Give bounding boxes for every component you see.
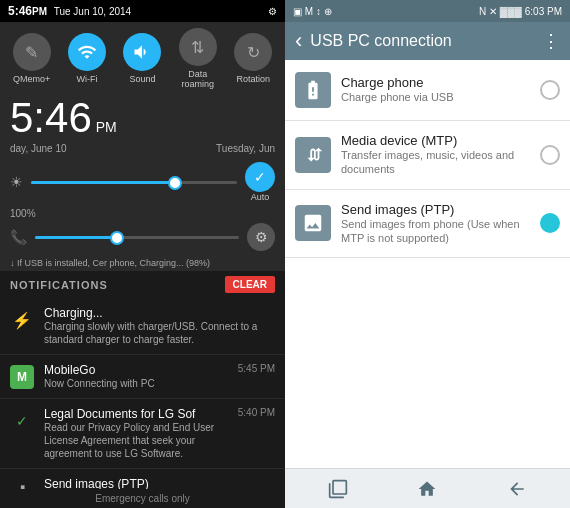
nav-bar [285,468,570,508]
right-panel: ▣ M ↕ ⊕ N ✕ ▓▓▓ 6:03 PM ‹ USB PC connect… [285,0,570,508]
notification-list: ⚡ Charging... Charging slowly with charg… [0,298,285,489]
mtp-radio[interactable] [540,145,560,165]
brightness-row[interactable]: ☀ ✓ Auto [0,156,285,208]
clear-button[interactable]: CLEAR [225,276,275,293]
usb-options: Charge phone Charge phone via USB Media … [285,60,570,468]
ptp-desc: Send images from phone (Use when MTP is … [341,217,530,246]
notifications-title: NOTIFICATIONS [10,279,108,291]
left-status-bar: 5:46PM Tue Jun 10, 2014 ⚙ [0,0,285,22]
charging-icon: ⚡ [10,308,34,332]
notif-legal-time: 5:40 PM [238,407,275,418]
notif-ptp-title: Send images (PTP) [44,477,275,489]
ptp-option-icon [295,205,331,241]
notif-ptp[interactable]: ⬇ Send images (PTP) Tap for more USB opt… [0,469,285,489]
sound-icon [123,33,161,71]
left-settings-icon[interactable]: ⚙ [268,6,277,17]
brightness-pct: 100% [0,208,285,219]
right-header: ‹ USB PC connection ⋮ [285,22,570,60]
date-right: Tuesday, Jun [216,143,275,154]
notif-mobilego[interactable]: M MobileGo Now Connecting with PC 5:45 P… [0,355,285,399]
left-time: 5:46PM Tue Jun 10, 2014 [8,4,131,18]
notif-legal-title: Legal Documents for LG Sof [44,407,228,421]
right-status-right: N ✕ ▓▓▓ 6:03 PM [479,6,562,17]
ptp-icon: ⬇ [10,479,34,489]
call-icon: 📞 [10,229,27,245]
toggle-wifi[interactable]: Wi-Fi [68,33,106,84]
volume-slider[interactable] [35,236,239,239]
mtp-title: Media device (MTP) [341,133,530,148]
right-status-bar: ▣ M ↕ ⊕ N ✕ ▓▓▓ 6:03 PM [285,0,570,22]
install-bar: ↓ If USB is installed, Cer phone, Chargi… [0,255,285,271]
usb-option-ptp[interactable]: Send images (PTP) Send images from phone… [285,190,570,259]
recents-button[interactable] [320,477,356,501]
notif-mobilego-body: Now Connecting with PC [44,377,228,390]
auto-toggle[interactable]: ✓ [245,162,275,192]
toggle-data[interactable]: ⇅ Data roaming [179,28,217,89]
notif-charging[interactable]: ⚡ Charging... Charging slowly with charg… [0,298,285,355]
ptp-title: Send images (PTP) [341,202,530,217]
data-icon: ⇅ [179,28,217,66]
big-time: 5:46 [10,97,92,139]
charge-title: Charge phone [341,75,530,90]
toggle-rotation[interactable]: ↻ Rotation [234,33,272,84]
rotation-icon: ↻ [234,33,272,71]
notifications-header: NOTIFICATIONS CLEAR [0,271,285,298]
toggle-sound[interactable]: Sound [123,33,161,84]
right-status-icons: ▣ M ↕ ⊕ [293,6,332,17]
right-time: 6:03 PM [525,6,562,17]
ptp-radio[interactable] [540,213,560,233]
mobilego-icon: M [10,365,34,389]
volume-row: 📞 ⚙ [0,219,285,255]
charge-desc: Charge phone via USB [341,90,530,104]
quick-toggles: ✎ QMemo+ Wi-Fi Sound ⇅ Data roaming ↻ Ro… [0,22,285,95]
emergency-bar: Emergency calls only [0,489,285,508]
date-row: day, June 10 Tuesday, Jun [0,141,285,156]
legal-icon: ✓ [10,409,34,433]
brightness-slider[interactable] [31,181,237,184]
notif-charging-body: Charging slowly with charger/USB. Connec… [44,320,275,346]
header-title: USB PC connection [310,32,534,50]
notif-legal-body: Read our Privacy Policy and End User Lic… [44,421,228,460]
mtp-desc: Transfer images, music, videos and docum… [341,148,530,177]
more-options-icon[interactable]: ⋮ [542,30,560,52]
home-button[interactable] [409,477,445,501]
usb-option-charge[interactable]: Charge phone Charge phone via USB [285,60,570,121]
mtp-icon [295,137,331,173]
date-left: day, June 10 [10,143,67,154]
wifi-icon [68,33,106,71]
qmemo-icon: ✎ [13,33,51,71]
notif-mobilego-title: MobileGo [44,363,228,377]
left-panel: 5:46PM Tue Jun 10, 2014 ⚙ ✎ QMemo+ Wi-Fi… [0,0,285,508]
toggle-qmemo[interactable]: ✎ QMemo+ [13,33,51,84]
time-display: 5:46 PM [0,95,285,141]
settings-gear-icon[interactable]: ⚙ [247,223,275,251]
notif-charging-title: Charging... [44,306,275,320]
back-button[interactable]: ‹ [295,30,302,52]
back-nav-button[interactable] [499,477,535,501]
big-ampm: PM [96,119,117,135]
charge-radio[interactable] [540,80,560,100]
charge-icon [295,72,331,108]
notif-legal[interactable]: ✓ Legal Documents for LG Sof Read our Pr… [0,399,285,469]
notif-mobilego-time: 5:45 PM [238,363,275,374]
brightness-low-icon: ☀ [10,174,23,190]
usb-option-mtp[interactable]: Media device (MTP) Transfer images, musi… [285,121,570,190]
